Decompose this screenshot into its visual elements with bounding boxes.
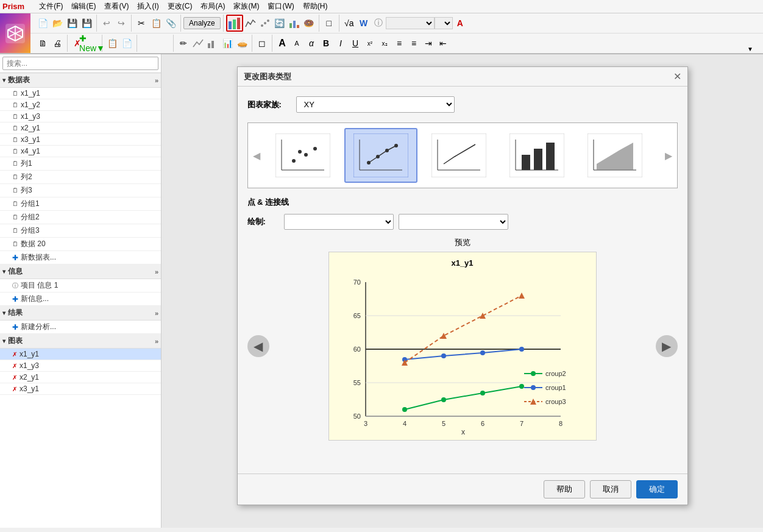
- math-btn[interactable]: √a: [342, 16, 357, 30]
- change-chart-type-btn[interactable]: [226, 15, 243, 32]
- menu-change[interactable]: 更改(C): [168, 1, 193, 12]
- chart-type-scatter[interactable]: [266, 128, 339, 183]
- sidebar-item[interactable]: 🗒分组3: [0, 224, 161, 238]
- preview-nav-left[interactable]: ◀: [247, 335, 269, 357]
- edit-graph-btn[interactable]: ✏: [176, 36, 191, 51]
- sidebar-item-chart-x1y1[interactable]: ✗x1_y1: [0, 349, 161, 360]
- menu-window[interactable]: 窗口(W): [268, 1, 294, 12]
- chart-type-bar[interactable]: [500, 128, 573, 183]
- chart-btn3[interactable]: [258, 16, 272, 30]
- paste-btn[interactable]: 📎: [163, 16, 178, 30]
- cancel-btn[interactable]: 取消: [590, 480, 631, 498]
- expand-results[interactable]: »: [155, 310, 158, 317]
- menu-insert[interactable]: 插入(I): [137, 1, 158, 12]
- menu-layout[interactable]: 布局(A): [201, 1, 225, 12]
- sidebar-item[interactable]: 🗒分组1: [0, 197, 161, 211]
- redo-btn[interactable]: ↪: [114, 16, 129, 30]
- sidebar-item-chart-x2y1[interactable]: ✗x2_y1: [0, 372, 161, 383]
- sidebar-item-new-analysis[interactable]: ✚新建分析...: [0, 321, 161, 334]
- change-type-btn2[interactable]: [191, 36, 205, 51]
- print-btn[interactable]: 🖨: [50, 36, 65, 51]
- chart-family-select[interactable]: XY Column Bar Grouped Survival: [296, 96, 455, 113]
- chart-btn2[interactable]: [243, 16, 258, 30]
- align1-btn[interactable]: ≡: [392, 36, 406, 51]
- expand-info[interactable]: »: [155, 268, 158, 275]
- sidebar-item[interactable]: 🗒x1_y3: [0, 111, 161, 122]
- shape2-btn[interactable]: ◻: [255, 36, 269, 51]
- chart-type-line-scatter[interactable]: [344, 128, 417, 183]
- sidebar-item-chart-x1y3[interactable]: ✗x1_y3: [0, 360, 161, 372]
- sidebar-section-results[interactable]: ▾ 结果 »: [0, 306, 161, 321]
- cut-btn[interactable]: ✂: [134, 16, 149, 30]
- indent2-btn[interactable]: ⇤: [436, 36, 450, 51]
- chart-scroll-right[interactable]: ▶: [665, 150, 672, 161]
- chart-type-line[interactable]: [422, 128, 495, 183]
- ok-btn[interactable]: 确定: [636, 480, 678, 498]
- sub-btn[interactable]: x₂: [377, 36, 392, 51]
- graph-btn4[interactable]: 📊: [220, 36, 235, 51]
- save-btn[interactable]: 💾: [65, 16, 79, 30]
- sidebar-item[interactable]: 🗒x1_y2: [0, 99, 161, 111]
- fontsize-select[interactable]: [435, 17, 453, 29]
- expand-datatable[interactable]: »: [155, 77, 158, 84]
- italic-btn[interactable]: I: [333, 36, 348, 51]
- sidebar-item[interactable]: 🗒列3: [0, 184, 161, 197]
- sidebar-section-datatable[interactable]: ▾ 数据表 »: [0, 73, 161, 88]
- sidebar-item[interactable]: 🗒x3_y1: [0, 134, 161, 146]
- sidebar-item-new-datatable[interactable]: ✚新数据表...: [0, 251, 161, 264]
- sidebar-item-new-info[interactable]: ✚新信息...: [0, 293, 161, 306]
- graph-btn5[interactable]: 🥧: [235, 36, 249, 51]
- new-btn[interactable]: 📄: [35, 16, 50, 30]
- underline-btn[interactable]: U: [348, 36, 363, 51]
- text-color-btn[interactable]: A: [453, 16, 467, 30]
- sidebar-item[interactable]: 🗒分组2: [0, 211, 161, 224]
- sidebar-item-chart-x3y1[interactable]: ✗x3_y1: [0, 383, 161, 395]
- analyze-btn[interactable]: Analyze: [183, 17, 221, 29]
- graph-btn3[interactable]: [205, 36, 220, 51]
- sidebar-item[interactable]: 🗒数据 20: [0, 238, 161, 251]
- bold-btn[interactable]: B: [319, 36, 333, 51]
- plus-new-btn[interactable]: ✚ New▼: [85, 36, 99, 51]
- sidebar-item[interactable]: 🗒x1_y1: [0, 88, 161, 99]
- paste3-btn[interactable]: 📄: [119, 36, 134, 51]
- draw-select1[interactable]: [284, 214, 394, 230]
- bigA-btn[interactable]: A: [275, 36, 289, 51]
- preview-nav-right[interactable]: ▶: [656, 335, 678, 357]
- sidebar-item[interactable]: 🗒列2: [0, 171, 161, 184]
- chart-type-area[interactable]: [578, 128, 651, 183]
- chart-btn6[interactable]: 🍩: [302, 16, 316, 30]
- dialog-close-btn[interactable]: ✕: [673, 71, 681, 82]
- menu-view[interactable]: 查看(V): [104, 1, 129, 12]
- chart-btn4[interactable]: 🔄: [272, 16, 287, 30]
- sidebar-item[interactable]: 🗒x2_y1: [0, 122, 161, 134]
- align2-btn[interactable]: ≡: [406, 36, 421, 51]
- super-btn[interactable]: x²: [363, 36, 377, 51]
- word-btn[interactable]: W: [357, 16, 371, 30]
- sidebar-section-info[interactable]: ▾ 信息 »: [0, 264, 161, 279]
- search-input[interactable]: [2, 57, 158, 70]
- info-btn[interactable]: ⓘ: [371, 16, 386, 30]
- rect-btn[interactable]: □: [322, 16, 336, 30]
- open-btn[interactable]: 📂: [50, 16, 65, 30]
- font-select[interactable]: [386, 17, 435, 29]
- help-btn[interactable]: 帮助: [544, 480, 585, 498]
- alpha-btn[interactable]: α: [304, 36, 319, 51]
- save-as-btn[interactable]: 💾: [79, 16, 94, 30]
- menu-family[interactable]: 家族(M): [233, 1, 259, 12]
- menu-file[interactable]: 文件(F): [39, 1, 63, 12]
- copy-btn[interactable]: 📋: [149, 16, 163, 30]
- sidebar-item-info1[interactable]: ⓘ项目 信息 1: [0, 279, 161, 293]
- new2-btn[interactable]: 🗎: [35, 36, 50, 51]
- undo-btn[interactable]: ↩: [99, 16, 114, 30]
- menu-help[interactable]: 帮助(H): [303, 1, 328, 12]
- chart-scroll-left[interactable]: ◀: [253, 150, 260, 161]
- chart-btn5[interactable]: [287, 16, 302, 30]
- menu-edit[interactable]: 编辑(E): [71, 1, 96, 12]
- sidebar-item[interactable]: 🗒列1: [0, 157, 161, 171]
- indent1-btn[interactable]: ⇥: [421, 36, 436, 51]
- expand-charts[interactable]: »: [155, 338, 158, 345]
- smallA-btn[interactable]: A: [289, 36, 304, 51]
- sidebar-item[interactable]: 🗒x4_y1: [0, 146, 161, 157]
- draw-select2[interactable]: [399, 214, 508, 230]
- paste2-btn[interactable]: 📋: [105, 36, 119, 51]
